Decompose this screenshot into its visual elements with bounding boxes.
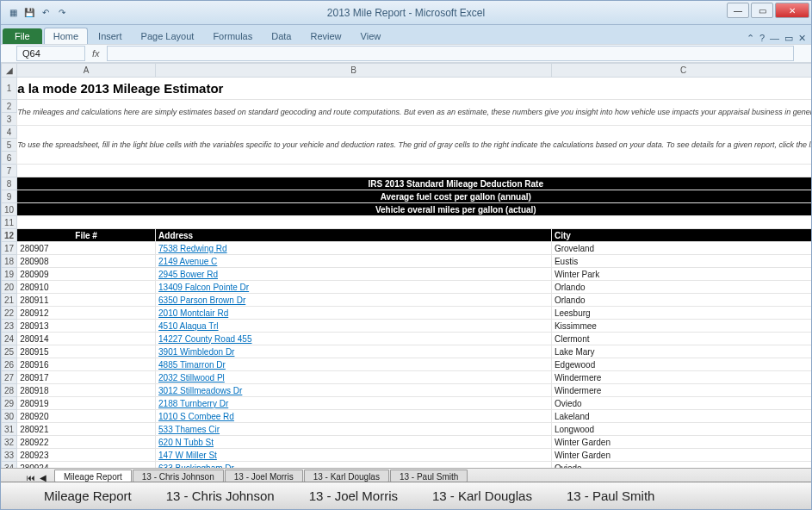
table-row[interactable]: 26 280916 4885 Timarron Dr Edgewood FL 3… xyxy=(2,358,812,371)
cell-address[interactable]: 4885 Timarron Dr xyxy=(156,358,552,371)
doc-close-icon[interactable]: ✕ xyxy=(798,33,806,44)
param-rate-label: IRS 2013 Standard Mileage Deduction Rate xyxy=(17,177,811,190)
cell-file-num: 280916 xyxy=(17,358,156,371)
big-tab-chris[interactable]: 13 - Chris Johnson xyxy=(166,488,275,503)
cell-address[interactable]: 147 W Miller St xyxy=(156,449,552,462)
close-button[interactable]: ✕ xyxy=(775,3,809,18)
select-all[interactable]: ◢ xyxy=(2,64,17,78)
tab-page-layout[interactable]: Page Layout xyxy=(133,28,203,44)
cell-address[interactable]: 3901 Wimbledon Dr xyxy=(156,345,552,358)
table-row[interactable]: 24 280914 14227 County Road 455 Clermont… xyxy=(2,333,812,345)
cell-address[interactable]: 7538 Redwing Rd xyxy=(156,242,552,255)
table-row[interactable]: 25 280915 3901 Wimbledon Dr Lake Mary FL… xyxy=(2,345,812,358)
table-row[interactable]: 22 280912 2010 Montclair Rd Leesburg FL … xyxy=(2,307,812,320)
help-icon[interactable]: ? xyxy=(759,33,765,44)
cell-address[interactable]: 13409 Falcon Pointe Dr xyxy=(156,281,552,294)
table-row[interactable]: 28 280918 3012 Stillmeadows Dr Windermer… xyxy=(2,384,812,397)
redo-icon[interactable]: ↷ xyxy=(55,6,69,20)
cell-city: Windermere xyxy=(551,384,811,397)
big-tabs: Mileage Report 13 - Chris Johnson 13 - J… xyxy=(1,482,811,509)
file-tab[interactable]: File xyxy=(3,28,42,44)
cell-city: Leesburg xyxy=(551,307,811,320)
cell-city: Winter Park xyxy=(551,268,811,281)
cell-file-num: 280911 xyxy=(17,294,156,307)
cell-file-num: 280914 xyxy=(17,333,156,345)
cell-city: Lakeland xyxy=(551,410,811,423)
doc-restore-icon[interactable]: ▭ xyxy=(784,33,793,44)
cell-city: Lake Mary xyxy=(551,345,811,358)
cell-file-num: 280921 xyxy=(17,423,156,436)
cell-address[interactable]: 2032 Stillwood Pl xyxy=(156,371,552,384)
cell-address[interactable]: 14227 County Road 455 xyxy=(156,333,552,345)
table-row[interactable]: 20 280910 13409 Falcon Pointe Dr Orlando… xyxy=(2,281,812,294)
cell-address[interactable]: 2149 Avenue C xyxy=(156,255,552,268)
cell-city: Longwood xyxy=(551,423,811,436)
maximize-button[interactable]: ▭ xyxy=(751,3,773,18)
cell-address[interactable]: 620 N Tubb St xyxy=(156,436,552,449)
big-tab-karl[interactable]: 13 - Karl Douglas xyxy=(432,488,532,503)
cell-file-num: 280922 xyxy=(17,436,156,449)
tab-home[interactable]: Home xyxy=(44,28,88,44)
ribbon-min-icon[interactable]: ⌃ xyxy=(747,33,754,44)
table-row[interactable]: 17 280907 7538 Redwing Rd Groveland FL 3… xyxy=(2,242,812,255)
tab-review[interactable]: Review xyxy=(301,28,350,44)
cell-file-num: 280907 xyxy=(17,242,156,255)
big-tab-joel[interactable]: 13 - Joel Morris xyxy=(309,488,398,503)
cell-address[interactable]: 2010 Montclair Rd xyxy=(156,307,552,320)
cell-city: Orlando xyxy=(551,294,811,307)
tab-formulas[interactable]: Formulas xyxy=(204,28,261,44)
table-row[interactable]: 33 280923 147 W Miller St Winter Garden … xyxy=(2,449,812,462)
cell-address[interactable]: 6350 Parson Brown Dr xyxy=(156,294,552,307)
save-icon[interactable]: 💾 xyxy=(22,6,36,20)
intro-2: To use the spreadsheet, fill in the ligh… xyxy=(17,126,811,165)
cell-file-num: 280923 xyxy=(17,449,156,462)
table-row[interactable]: 19 280909 2945 Bower Rd Winter Park FL 3… xyxy=(2,268,812,281)
table-row[interactable]: 30 280920 1010 S Combee Rd Lakeland FL 3… xyxy=(2,410,812,423)
excel-icon: ▦ xyxy=(6,6,20,20)
table-row[interactable]: 23 280913 4510 Alaqua Trl Kissimmee FL 3… xyxy=(2,320,812,333)
big-tab-paul[interactable]: 13 - Paul Smith xyxy=(567,488,655,503)
cell-file-num: 280924 xyxy=(17,462,156,469)
cell-city: Groveland xyxy=(551,242,811,255)
cell-file-num: 280913 xyxy=(17,320,156,333)
intro-1: The mileages and calculations here are s… xyxy=(17,100,811,126)
cell-city: Oviedo xyxy=(551,397,811,410)
minimize-button[interactable]: — xyxy=(727,3,749,18)
cell-address[interactable]: 533 Thames Cir xyxy=(156,423,552,436)
undo-icon[interactable]: ↶ xyxy=(39,6,53,20)
cell-city: Kissimmee xyxy=(551,320,811,333)
window-title: 2013 Mile Report - Microsoft Excel xyxy=(327,7,485,19)
cell-address[interactable]: 633 Buckingham Dr xyxy=(156,462,552,469)
table-row[interactable]: 27 280917 2032 Stillwood Pl Windermere F… xyxy=(2,371,812,384)
big-tab-mileage[interactable]: Mileage Report xyxy=(44,488,132,503)
cell-address[interactable]: 2188 Turnberry Dr xyxy=(156,397,552,410)
table-row[interactable]: 18 280908 2149 Avenue C Eustis FL 32726 … xyxy=(2,255,812,268)
table-row[interactable]: 32 280922 620 N Tubb St Winter Garden FL… xyxy=(2,436,812,449)
doc-min-icon[interactable]: — xyxy=(770,33,779,44)
table-row[interactable]: 31 280921 533 Thames Cir Longwood FL 327… xyxy=(2,423,812,436)
cell-file-num: 280918 xyxy=(17,384,156,397)
tab-data[interactable]: Data xyxy=(263,28,300,44)
cell-city: Winter Garden xyxy=(551,436,811,449)
cell-city: Orlando xyxy=(551,281,811,294)
cell-address[interactable]: 3012 Stillmeadows Dr xyxy=(156,384,552,397)
quick-access-toolbar: ▦ 💾 ↶ ↷ xyxy=(1,6,69,20)
cell-file-num: 280908 xyxy=(17,255,156,268)
tab-insert[interactable]: Insert xyxy=(90,28,131,44)
table-row[interactable]: 34 280924 633 Buckingham Dr Oviedo FL 32… xyxy=(2,462,812,469)
table-row[interactable]: 21 280911 6350 Parson Brown Dr Orlando F… xyxy=(2,294,812,307)
fx-icon[interactable]: fx xyxy=(92,48,100,59)
name-box[interactable]: Q64 xyxy=(16,46,85,61)
table-row[interactable]: 29 280919 2188 Turnberry Dr Oviedo FL 32… xyxy=(2,397,812,410)
cell-address[interactable]: 2945 Bower Rd xyxy=(156,268,552,281)
cell-city: Windermere xyxy=(551,371,811,384)
cell-city: Clermont xyxy=(551,333,811,345)
cell-address[interactable]: 4510 Alaqua Trl xyxy=(156,320,552,333)
cell-city: Edgewood xyxy=(551,358,811,371)
worksheet[interactable]: ◢ABCDEFGHIJKLM 1a la mode 2013 Mileage E… xyxy=(1,63,811,468)
cell-file-num: 280915 xyxy=(17,345,156,358)
cell-address[interactable]: 1010 S Combee Rd xyxy=(156,410,552,423)
cell-file-num: 280912 xyxy=(17,307,156,320)
tab-view[interactable]: View xyxy=(352,28,390,44)
formula-input[interactable] xyxy=(107,46,794,61)
